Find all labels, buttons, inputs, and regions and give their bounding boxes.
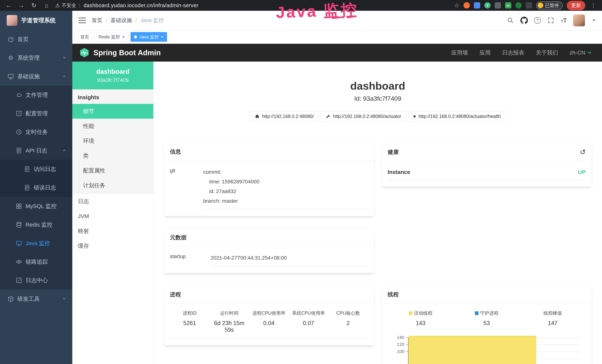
sidebar-item-mysql[interactable]: MySQL 监控 — [0, 197, 72, 215]
database-icon — [16, 221, 22, 228]
health-card: 健康 ↺ Instance UP — [382, 143, 592, 187]
insights-item-details[interactable]: 细节 — [72, 104, 153, 119]
service-url-link[interactable]: http://192.168.0.2:48080/ — [250, 111, 319, 122]
chevron-down-icon — [587, 50, 592, 55]
sidebar-item-infra[interactable]: 基础设施 — [0, 67, 72, 86]
screen: ← → ↻ ⌂ ⚠ 不安全 | dashboard.yudao.iocoder.… — [0, 0, 602, 364]
tab-home[interactable]: 首页 — [77, 32, 93, 42]
leaf-extension-icon[interactable] — [516, 2, 522, 9]
extensions-grid-icon[interactable] — [495, 2, 501, 9]
document-icon — [24, 184, 30, 191]
threads-card: 线程 活动线程 143 守护进程 53 线程峰值 147 — [382, 286, 592, 364]
sidebar-item-file[interactable]: 文件管理 — [0, 86, 72, 104]
sidebar-item-redis[interactable]: Redis 监控 — [0, 215, 72, 234]
refresh-icon[interactable]: ↻ — [30, 2, 38, 9]
extension-icon[interactable] — [463, 2, 470, 9]
paused-badge[interactable]: 已暂停 — [536, 1, 563, 10]
heart-icon: ♥ — [413, 114, 416, 119]
sidebar-item-jvm[interactable]: JVM — [72, 209, 153, 224]
actuator-url-link[interactable]: http://192.168.0.2:48080/actuator — [321, 111, 406, 122]
extension-icon[interactable] — [474, 2, 480, 9]
threads-card-title: 线程 — [388, 291, 399, 298]
sba-brand[interactable]: Spring Boot Admin — [79, 48, 161, 58]
sba-header: Spring Boot Admin 应用墙 应用 日志报表 关于我们 zh-CN — [72, 44, 602, 62]
breadcrumb-home[interactable]: 首页 — [92, 17, 102, 24]
info-card: 信息 git commit: time: 1596289704000 id: 2… — [164, 143, 374, 216]
tabs-bar: 首页 Redis 监控 × Java 监控 × — [72, 30, 602, 44]
process-card-title: 进程 — [170, 291, 181, 298]
main-content: dashboard Id: 93a3fc7f7409 http://192.16… — [153, 62, 602, 364]
back-icon[interactable]: ← — [5, 2, 13, 9]
sidebar-item-config[interactable]: 配置管理 — [0, 104, 72, 123]
sba-nav-applications[interactable]: 应用 — [479, 49, 491, 57]
sidebar-item-api-log[interactable]: API 日志 — [0, 141, 72, 160]
process-card: 进程 进程ID 5261 运行时间 6d 23h 15m 59s 进程CPU使用… — [164, 286, 374, 345]
insights-item-environment[interactable]: 环境 — [72, 134, 153, 148]
hamburger-icon[interactable] — [79, 18, 86, 23]
bookmark-star-icon[interactable]: ☆ — [454, 2, 459, 9]
avatar-caret-icon[interactable] — [592, 20, 596, 21]
sidebar-item-home[interactable]: 首页 — [0, 30, 72, 49]
process-col-process-cpu: 进程CPU使用率 0.04 — [249, 310, 289, 333]
sidebar-item-job[interactable]: 定时任务 — [0, 123, 72, 141]
sidebar-item-logs[interactable]: 日志 — [72, 194, 153, 209]
browser-menu-icon[interactable]: ⋮ — [589, 2, 597, 9]
chevron-up-icon — [62, 147, 66, 154]
chrome-update-button[interactable]: 更新 — [567, 1, 585, 10]
page-subtitle: Id: 93a3fc7f7409 — [153, 95, 602, 102]
sidebar-item-caches[interactable]: 缓存 — [72, 238, 153, 253]
tab-redis[interactable]: Redis 监控 × — [95, 32, 128, 42]
fullscreen-icon[interactable] — [547, 17, 555, 24]
eye-icon — [16, 258, 22, 265]
vue-devtools-icon[interactable]: V — [484, 2, 491, 9]
home-nav-icon[interactable]: ⌂ — [43, 2, 50, 9]
sidebar-item-log-center[interactable]: 日志中心 — [0, 271, 72, 290]
help-icon[interactable]: ? — [534, 17, 541, 24]
health-card-title: 健康 — [388, 148, 399, 156]
not-secure-label: 不安全 — [62, 2, 76, 9]
not-secure-warning[interactable]: ⚠ 不安全 — [55, 2, 76, 9]
threads-legend-live: 活动线程 143 — [388, 310, 454, 327]
sba-nav-wallboard[interactable]: 应用墙 — [451, 49, 468, 57]
sidebar-item-trace[interactable]: 链路追踪 — [0, 253, 72, 271]
insights-item-scheduled-tasks[interactable]: 计划任务 — [72, 178, 153, 193]
close-icon[interactable]: × — [161, 35, 163, 39]
sidebar-item-dev-tools[interactable]: 研发工具 — [0, 290, 72, 308]
insights-item-performance[interactable]: 性能 — [72, 119, 153, 134]
tab-java[interactable]: Java 监控 × — [130, 32, 167, 42]
insights-item-config-props[interactable]: 配置属性 — [72, 163, 153, 178]
github-icon[interactable] — [520, 17, 528, 24]
address-bar[interactable]: ⚠ 不安全 | dashboard.yudao.iocoder.cn/infra… — [55, 2, 198, 9]
sba-nav-about[interactable]: 关于我们 — [536, 49, 558, 57]
emoji-face-icon — [538, 3, 543, 8]
active-tab-dot — [134, 35, 137, 38]
switch-on-icon[interactable]: on — [505, 2, 511, 9]
app-logo[interactable]: 芋道管理系统 — [0, 11, 72, 30]
metadata-card: 元数据 startup 2021-04-27T00:44:31.254+08:0… — [164, 229, 374, 273]
edit-icon — [16, 277, 22, 284]
puzzle-extension-icon[interactable] — [526, 2, 532, 9]
threads-chart-yaxis: 140 120 100 — [388, 334, 408, 364]
infra-submenu: 文件管理 配置管理 定时任务 API 日志 — [0, 86, 72, 290]
metadata-card-title: 元数据 — [170, 234, 186, 241]
sidebar-item-java[interactable]: Java 监控 — [0, 234, 72, 253]
sidebar-item-mappings[interactable]: 映射 — [72, 224, 153, 238]
instance-name: dashboard — [96, 68, 129, 75]
insights-item-classes[interactable]: 类 — [72, 148, 153, 163]
close-icon[interactable]: × — [122, 35, 125, 39]
chevron-up-icon — [62, 73, 66, 80]
forward-icon[interactable]: → — [17, 2, 25, 9]
box-icon — [7, 296, 14, 302]
search-icon[interactable] — [507, 17, 514, 24]
sba-nav-journal[interactable]: 日志报表 — [502, 49, 524, 57]
font-size-icon[interactable]: TT — [561, 17, 567, 24]
health-url-link[interactable]: ♥ http://192.168.0.2:48080/actuator/heal… — [408, 111, 506, 122]
sidebar-item-access-log[interactable]: 访问日志 — [0, 160, 72, 178]
locale-select[interactable]: zh-CN — [570, 50, 592, 56]
user-avatar[interactable] — [573, 14, 585, 26]
history-icon[interactable]: ↺ — [580, 148, 586, 156]
sidebar-item-error-log[interactable]: 错误日志 — [0, 178, 72, 197]
sidebar-item-system[interactable]: 系统管理 — [0, 49, 72, 67]
breadcrumb-infra[interactable]: 基础设施 — [110, 17, 132, 24]
threads-chart: 140 120 100 — [388, 334, 586, 364]
